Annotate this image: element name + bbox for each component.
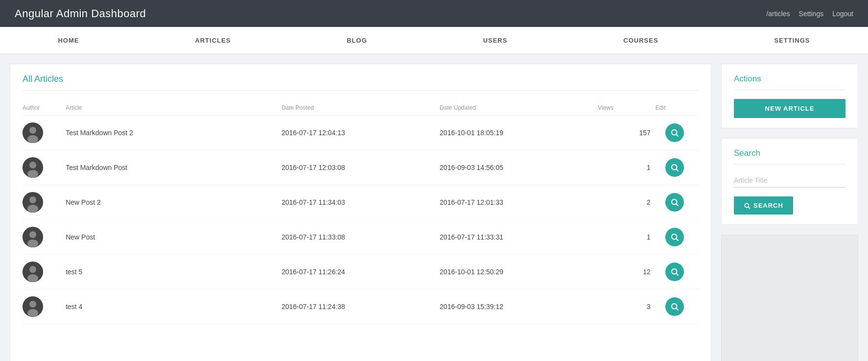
svg-point-11 — [29, 196, 36, 203]
nav-blog[interactable]: BLOG — [337, 28, 377, 53]
cell-edit — [656, 255, 699, 289]
cell-edit — [656, 116, 699, 150]
table-row: test 4 2016-07-17 11:24:38 2016-09-03 15… — [23, 289, 699, 324]
cell-date-updated: 2016-09-03 15:39:12 — [440, 289, 598, 324]
avatar — [23, 227, 43, 247]
svg-point-21 — [29, 266, 36, 273]
nav-settings[interactable]: SETTINGS — [764, 28, 820, 53]
svg-point-18 — [672, 234, 677, 240]
articles-link[interactable]: /articles — [766, 10, 790, 18]
avatar-image — [23, 227, 43, 247]
svg-point-1 — [29, 127, 36, 134]
cell-author — [23, 185, 66, 220]
search-edit-icon — [670, 163, 679, 172]
table-row: Test Markdown Post 2 2016-07-17 12:04:13… — [23, 116, 699, 150]
cell-date-updated: 2016-10-01 18:05:19 — [440, 116, 598, 150]
search-edit-icon — [670, 302, 679, 311]
cell-date-updated: 2016-09-03 14:56:05 — [440, 150, 598, 185]
svg-point-23 — [672, 269, 677, 274]
svg-point-26 — [29, 301, 36, 308]
page-content: All Articles Author Article Date Posted … — [0, 54, 868, 361]
cell-date-posted: 2016-07-17 11:34:03 — [282, 185, 440, 220]
search-card: Search SEARCH — [721, 138, 858, 225]
search-title: Search — [734, 148, 845, 165]
cell-author — [23, 255, 66, 289]
svg-point-16 — [29, 231, 36, 238]
settings-link[interactable]: Settings — [799, 10, 824, 18]
edit-button[interactable] — [665, 263, 684, 281]
edit-button[interactable] — [665, 123, 684, 142]
sidebar: Actions NEW ARTICLE Search SEARCH — [721, 64, 858, 361]
new-article-button[interactable]: NEW ARTICLE — [734, 99, 845, 118]
cell-edit — [656, 150, 699, 185]
edit-button[interactable] — [665, 158, 684, 177]
nav-articles[interactable]: ARTICLES — [185, 28, 240, 53]
svg-line-9 — [676, 169, 678, 171]
col-header-date-updated: Date Updated — [440, 100, 598, 116]
cell-article: test 5 — [66, 255, 282, 289]
cell-article: test 4 — [66, 289, 282, 324]
cell-date-posted: 2016-07-17 11:33:08 — [282, 220, 440, 255]
avatar — [23, 122, 43, 143]
cell-article: New Post — [66, 220, 282, 255]
cell-views: 3 — [598, 289, 656, 324]
svg-point-6 — [29, 162, 36, 168]
logout-link[interactable]: Logout — [832, 10, 853, 18]
cell-views: 2 — [598, 185, 656, 220]
cell-article: Test Markdown Post — [66, 150, 282, 185]
cell-edit — [656, 289, 699, 324]
avatar-image — [23, 262, 43, 282]
edit-button[interactable] — [665, 297, 684, 316]
svg-line-24 — [676, 273, 678, 275]
cell-date-updated: 2016-10-01 12:50:29 — [440, 255, 598, 289]
actions-card: Actions NEW ARTICLE — [721, 64, 858, 128]
col-header-views: Views — [598, 100, 656, 116]
svg-line-19 — [676, 239, 678, 241]
svg-point-3 — [672, 130, 677, 135]
avatar — [23, 262, 43, 282]
search-button[interactable]: SEARCH — [734, 196, 793, 215]
cell-date-updated: 2016-07-17 11:33:31 — [440, 220, 598, 255]
col-header-article: Article — [66, 100, 282, 116]
cell-date-posted: 2016-07-17 11:24:38 — [282, 289, 440, 324]
cell-article: New Post 2 — [66, 185, 282, 220]
nav-courses[interactable]: COURSES — [613, 28, 668, 53]
svg-point-22 — [27, 274, 38, 282]
main-panel: All Articles Author Article Date Posted … — [10, 64, 711, 361]
cell-date-posted: 2016-07-17 11:26:24 — [282, 255, 440, 289]
sidebar-lower — [721, 235, 858, 361]
nav-home[interactable]: HOME — [48, 28, 89, 53]
articles-table: Author Article Date Posted Date Updated … — [23, 100, 699, 324]
search-input[interactable] — [734, 173, 845, 188]
cell-date-posted: 2016-07-17 12:03:08 — [282, 150, 440, 185]
avatar — [23, 157, 43, 178]
avatar-image — [23, 192, 43, 213]
svg-line-4 — [676, 134, 678, 136]
cell-views: 12 — [598, 255, 656, 289]
svg-line-29 — [676, 308, 678, 310]
cell-author — [23, 150, 66, 185]
cell-edit — [656, 185, 699, 220]
edit-button[interactable] — [665, 193, 684, 212]
avatar — [23, 192, 43, 213]
cell-article: Test Markdown Post 2 — [66, 116, 282, 150]
search-icon — [744, 202, 751, 209]
header-links: /articles Settings Logout — [766, 10, 853, 18]
search-edit-icon — [670, 198, 679, 207]
svg-point-12 — [27, 205, 38, 213]
table-row: New Post 2016-07-17 11:33:08 2016-07-17 … — [23, 220, 699, 255]
nav-users[interactable]: USERS — [473, 28, 517, 53]
col-header-author: Author — [23, 100, 66, 116]
cell-author — [23, 220, 66, 255]
table-row: New Post 2 2016-07-17 11:34:03 2016-07-1… — [23, 185, 699, 220]
cell-edit — [656, 220, 699, 255]
actions-title: Actions — [734, 74, 845, 90]
svg-point-17 — [27, 240, 38, 247]
svg-point-8 — [672, 165, 677, 170]
cell-views: 1 — [598, 150, 656, 185]
svg-point-7 — [27, 170, 38, 178]
section-title: All Articles — [23, 74, 699, 91]
edit-button[interactable] — [665, 228, 684, 246]
col-header-date-posted: Date Posted — [282, 100, 440, 116]
cell-views: 157 — [598, 116, 656, 150]
